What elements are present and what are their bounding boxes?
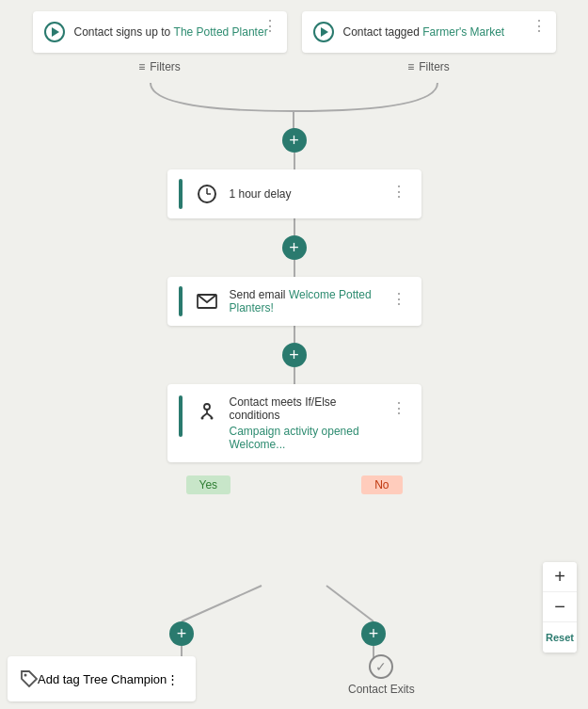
trigger-row: Contact signs up to The Potted Planter ⋮… [0,0,588,53]
tag-more[interactable]: ⋮ [167,672,179,686]
tag-card-wrapper: Add tag Tree Champion ⋮ [8,656,196,701]
filter-btn-2[interactable]: ≡ Filters [302,56,556,77]
svg-line-12 [326,586,373,621]
filter-btn-1[interactable]: ≡ Filters [33,56,287,77]
trigger-card-2[interactable]: Contact tagged Farmer's Market ⋮ [302,11,556,53]
yes-add-btn-container: + [169,621,194,646]
ifelse-more[interactable]: ⋮ [388,397,410,419]
add-btn-2[interactable]: + [282,235,307,260]
email-label: Send email [230,288,289,301]
email-step-card[interactable]: Send email Welcome Potted Planters! ⋮ [167,277,421,326]
flow-center: + 1 hour delay ⋮ + [0,128,588,494]
trigger-text-2: Contact tagged Farmer's Market [343,25,545,39]
yes-label: Yes [186,475,231,494]
delay-step-card[interactable]: 1 hour delay ⋮ [167,169,421,218]
add-btn-3[interactable]: + [282,343,307,367]
no-add-btn-container: + [361,621,386,646]
branch-icon [194,397,220,424]
trigger-card-1[interactable]: Contact signs up to The Potted Planter ⋮ [33,11,287,53]
ifelse-text: Contact meets If/Else conditions [230,395,388,422]
play-icon-2 [313,22,334,42]
trigger-text-1: Contact signs up to The Potted Planter [74,25,276,39]
clock-icon [194,181,220,207]
envelope-icon [194,288,220,314]
exit-check-icon: ✓ [369,654,393,679]
filter-label-1: Filters [150,60,181,73]
svg-point-10 [210,417,213,420]
vline-2 [294,218,295,235]
vline-3 [294,260,295,277]
no-label: No [361,475,402,494]
vline-1 [294,153,295,169]
reset-button[interactable]: Reset [543,622,577,653]
filters-row: ≡ Filters ≡ Filters [0,56,588,77]
trigger-more-2[interactable]: ⋮ [528,17,550,36]
delay-text: 1 hour delay [230,187,388,201]
email-text: Send email Welcome Potted Planters! [230,288,388,314]
filter-icon-2: ≡ [407,60,414,73]
add-btn-yes[interactable]: + [169,621,194,646]
trigger-label-2: Contact tagged [343,25,423,39]
filter-icon-1: ≡ [138,60,145,73]
email-more[interactable]: ⋮ [388,288,410,310]
tag-link[interactable]: Tree Champion [83,672,167,686]
exits-label: Contact Exits [348,683,415,696]
add-btn-1[interactable]: + [282,128,307,153]
svg-point-5 [204,404,210,410]
delay-more[interactable]: ⋮ [388,181,410,202]
trigger-more-1[interactable]: ⋮ [259,17,281,36]
zoom-out-button[interactable]: − [543,592,577,622]
add-btn-no[interactable]: + [361,621,386,646]
workflow-canvas: Contact signs up to The Potted Planter ⋮… [0,0,588,709]
ifelse-subtext[interactable]: Campaign activity opened Welcome... [230,425,388,451]
trigger-link-1[interactable]: The Potted Planter [174,25,268,39]
ifelse-step-card[interactable]: Contact meets If/Else conditions Campaig… [167,384,421,462]
tag-icon [19,669,38,690]
tag-text: Add tag Tree Champion [38,672,167,686]
contact-exits-wrapper: ✓ Contact Exits [348,654,415,696]
vline-4 [294,326,295,343]
tag-label: Add tag [38,672,83,686]
trigger-label-1: Contact signs up to [74,25,174,39]
svg-line-11 [182,586,262,621]
svg-line-8 [207,413,212,417]
email-accent [179,286,183,316]
email-step-wrapper: Send email Welcome Potted Planters! ⋮ [167,277,421,326]
svg-line-7 [202,413,207,417]
ifelse-accent [179,395,183,437]
tag-card[interactable]: Add tag Tree Champion ⋮ [8,656,196,701]
zoom-controls: + − Reset [543,562,577,653]
svg-point-9 [200,417,203,420]
zoom-in-button[interactable]: + [543,562,577,592]
delay-accent [179,179,183,209]
ifelse-text-container: Contact meets If/Else conditions Campaig… [230,395,388,451]
delay-step-wrapper: 1 hour delay ⋮ [167,169,421,218]
svg-point-15 [24,673,27,676]
filter-label-2: Filters [419,60,450,73]
trigger-link-2[interactable]: Farmer's Market [422,25,504,39]
vline-5 [294,367,295,384]
ifelse-step-wrapper: Contact meets If/Else conditions Campaig… [167,384,421,462]
play-icon-1 [44,22,65,42]
contact-exits: ✓ Contact Exits [348,654,415,696]
